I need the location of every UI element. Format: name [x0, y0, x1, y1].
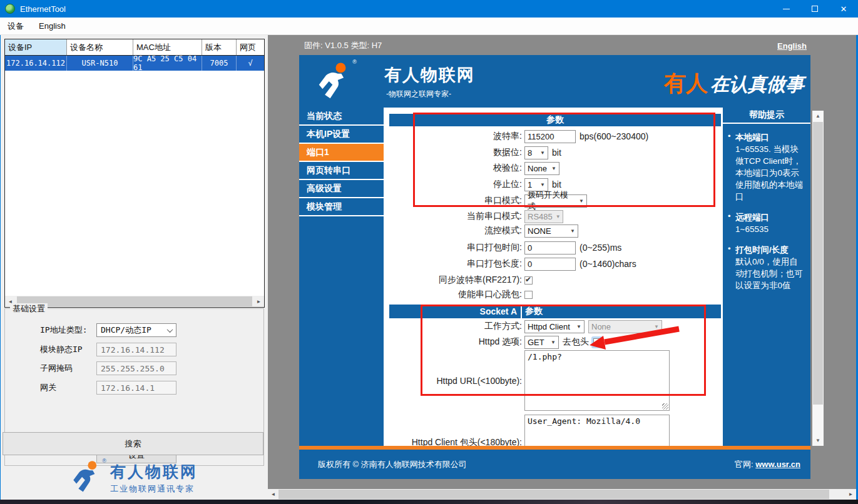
search-button[interactable]: 搜索: [3, 432, 263, 455]
nav-web-to-serial[interactable]: 网页转串口: [299, 162, 384, 180]
vscroll-thumb[interactable]: [813, 122, 823, 405]
httpd-header-label: Httpd Client 包头(<180byte):: [389, 437, 522, 446]
english-link[interactable]: English: [777, 41, 810, 51]
ethernet-tool-window: EthernetTool ✕ 设备 English 设备IP 设备名称 MAC地…: [0, 0, 858, 504]
static-ip-row: 模块静态IP 172.16.14.112: [5, 343, 263, 356]
page-hscrollbar[interactable]: ◄ ►: [268, 489, 856, 500]
heartbeat-label: 使能串口心跳包:: [389, 289, 522, 300]
site-link[interactable]: www.usr.cn: [755, 460, 800, 469]
bullet-icon: •: [728, 244, 735, 291]
registered-mark: ®: [102, 458, 106, 464]
pack-len-input[interactable]: 0: [524, 258, 576, 271]
flow-ctrl-value: NONE: [528, 226, 551, 236]
httpd-header-row: Httpd Client 包头(<180byte): User_Agent: M…: [389, 415, 721, 446]
pack-time-label: 串口打包时间:: [389, 242, 522, 253]
maximize-icon: [812, 6, 818, 12]
menu-english[interactable]: English: [31, 18, 73, 34]
usr-person-icon: ®: [71, 460, 104, 495]
pack-time-row: 串口打包时间: 0 (0~255)ms: [389, 241, 721, 255]
chevron-down-icon: [167, 326, 173, 333]
firmware-info-bar: 固件: V1.0.5 类型: H7 English: [299, 38, 810, 54]
menu-bar: 设备 English: [0, 18, 858, 35]
dropdown-arrow-icon: ▼: [567, 228, 575, 234]
slogan-orange-part: 有人: [664, 69, 708, 98]
usr-logo: ® 有人物联网 工业物联网通讯专家: [1, 459, 268, 496]
cell-version: 7005: [202, 56, 237, 71]
hscroll-thumb[interactable]: [17, 296, 252, 306]
scroll-up-icon[interactable]: ▲: [812, 111, 824, 121]
pack-len-row: 串口打包长度: 0 (0~1460)chars: [389, 257, 721, 271]
sync-baud-label: 同步波特率(RF2217):: [389, 275, 522, 286]
col-header-mac[interactable]: MAC地址: [133, 39, 202, 55]
pack-len-range: (0~1460)chars: [580, 259, 636, 269]
heartbeat-row: 使能串口心跳包:: [389, 290, 721, 300]
static-ip-field[interactable]: 172.16.14.112: [96, 343, 176, 356]
heartbeat-checkbox[interactable]: [524, 291, 533, 299]
col-header-device-name[interactable]: 设备名称: [67, 39, 133, 55]
firmware-version-text: 固件: V1.0.5 类型: H7: [299, 40, 382, 51]
nav-advanced[interactable]: 高级设置: [299, 180, 384, 198]
hscroll-thumb[interactable]: [278, 490, 829, 499]
static-ip-label: 模块静态IP: [40, 344, 83, 355]
scroll-right-icon[interactable]: ►: [845, 489, 856, 500]
help-item-title: 打包时间/长度: [735, 244, 805, 256]
usr-person-icon-white: ®: [317, 61, 354, 103]
flow-ctrl-label: 流控模式:: [389, 225, 522, 236]
scroll-right-icon[interactable]: ►: [253, 296, 264, 307]
menu-device[interactable]: 设备: [0, 18, 31, 34]
ip-type-select[interactable]: DHCP/动态IP: [96, 323, 176, 337]
app-icon: [5, 4, 15, 14]
gateway-field[interactable]: 172.16.14.1: [96, 381, 176, 395]
col-header-webpage[interactable]: 网页: [237, 39, 264, 55]
help-title: 帮助提示: [723, 108, 810, 124]
pack-time-input[interactable]: 0: [524, 241, 576, 255]
maximize-button[interactable]: [800, 0, 829, 18]
ip-type-label: IP地址类型:: [40, 325, 87, 336]
help-item-local-port: • 本地端口 1~65535. 当模块做TCP Client时，本地端口为0表示…: [728, 131, 805, 203]
flow-ctrl-row: 流控模式: NONE▼: [389, 224, 721, 238]
close-button[interactable]: ✕: [829, 0, 858, 18]
help-item-pack: • 打包时间/长度 默认0/0，使用自动打包机制；也可以设置为非0值: [728, 244, 805, 291]
cell-device-ip: 172.16.14.112: [5, 56, 67, 71]
httpd-header-textarea[interactable]: User_Agent: Mozilla/4.0: [524, 415, 670, 446]
flow-ctrl-select[interactable]: NONE▼: [524, 224, 578, 238]
desktop-background-strip: [0, 500, 858, 504]
subnet-mask-row: 子网掩码 255.255.255.0: [5, 361, 263, 375]
pack-len-label: 串口打包长度:: [389, 258, 522, 270]
nav-module-mgmt[interactable]: 模块管理: [299, 198, 384, 216]
scroll-down-icon[interactable]: ▼: [812, 435, 824, 446]
sync-baud-checkbox[interactable]: [524, 276, 533, 285]
slogan-white-part: 在认真做事: [710, 72, 804, 98]
help-item-body: 默认0/0，使用自动打包机制；也可以设置为非0值: [735, 256, 805, 291]
bullet-icon: •: [728, 211, 735, 235]
cell-webpage-check[interactable]: √: [237, 56, 264, 71]
device-table: 设备IP 设备名称 MAC地址 版本 网页 172.16.14.112 USR-…: [4, 39, 265, 308]
col-header-version[interactable]: 版本: [202, 39, 237, 55]
nav-port1[interactable]: 端口1: [299, 144, 384, 162]
scroll-left-icon[interactable]: ◄: [268, 489, 278, 500]
registered-mark: ®: [352, 59, 357, 65]
nav-local-ip[interactable]: 本机IP设置: [299, 126, 384, 144]
current-mode-row: 当前串口模式: RS485▼: [389, 209, 721, 223]
window-title: EthernetTool: [20, 4, 66, 14]
ip-type-value: DHCP/动态IP: [101, 325, 151, 336]
resize-grip-icon[interactable]: [662, 403, 668, 410]
cell-mac: 9C A5 25 C5 04 61: [133, 56, 202, 71]
official-site: 官网: www.usr.cn: [735, 459, 810, 470]
close-icon: ✕: [840, 4, 847, 14]
page-brand: 有人物联网: [384, 64, 475, 86]
slogan: 有人 在认真做事: [664, 69, 804, 98]
title-bar: EthernetTool ✕: [0, 0, 858, 18]
minimize-button[interactable]: [772, 0, 800, 18]
site-label: 官网:: [735, 460, 755, 469]
table-row[interactable]: 172.16.14.112 USR-N510 9C A5 25 C5 04 61…: [5, 56, 264, 71]
page-vscrollbar[interactable]: ▲ ▼: [812, 111, 824, 446]
current-mode-select: RS485▼: [524, 210, 563, 223]
subnet-mask-field[interactable]: 255.255.255.0: [96, 361, 176, 375]
gateway-row: 网关 172.16.14.1: [5, 381, 263, 395]
device-table-header: 设备IP 设备名称 MAC地址 版本 网页: [5, 39, 264, 56]
col-header-device-ip[interactable]: 设备IP: [5, 39, 67, 55]
cell-device-name: USR-N510: [67, 56, 133, 71]
bullet-icon: •: [728, 131, 735, 203]
nav-current-status[interactable]: 当前状态: [299, 108, 384, 126]
